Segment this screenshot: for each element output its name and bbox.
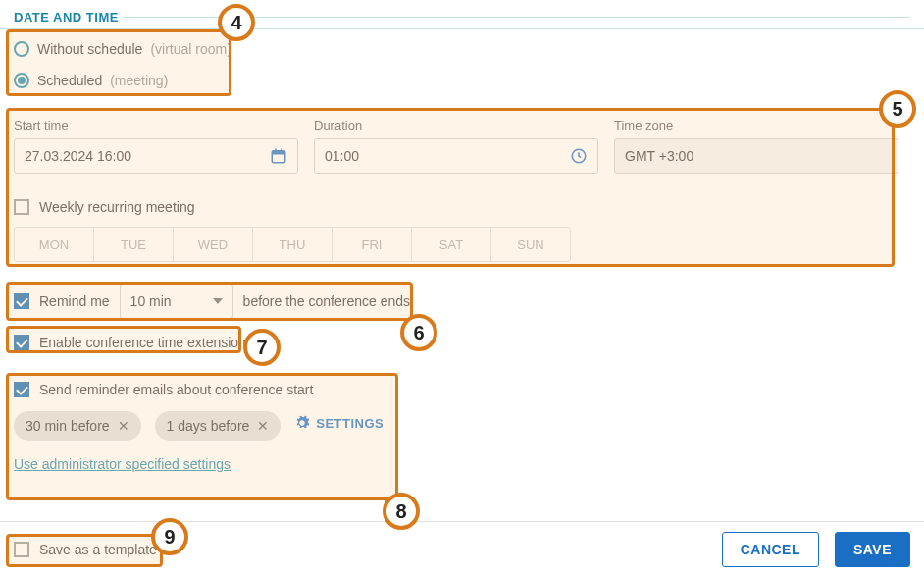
day-sun[interactable]: SUN	[490, 227, 571, 262]
start-time-input[interactable]: 27.03.2024 16:00	[14, 138, 298, 174]
day-wed[interactable]: WED	[173, 227, 253, 262]
settings-label: SETTINGS	[316, 416, 384, 431]
extend-label: Enable conference time extension	[39, 335, 246, 350]
radio-scheduled[interactable]: Scheduled (meeting)	[0, 65, 924, 96]
timezone-value: GMT +3:00	[625, 148, 693, 164]
badge-4: 4	[218, 4, 255, 41]
duration-input[interactable]: 01:00	[314, 138, 598, 174]
admin-settings-link[interactable]: Use administrator specified settings	[14, 456, 231, 472]
chip-label: 1 days before	[167, 418, 250, 434]
close-icon[interactable]: ✕	[118, 418, 129, 434]
reminder-chip: 30 min before ✕	[14, 411, 141, 441]
remind-label: Remind me	[39, 293, 110, 309]
badge-6: 6	[400, 314, 437, 351]
day-tue[interactable]: TUE	[93, 227, 174, 262]
extend-checkbox[interactable]	[14, 335, 29, 350]
recurring-label: Weekly recurring meeting	[39, 199, 194, 215]
recurring-checkbox[interactable]	[14, 199, 29, 215]
reminder-chip: 1 days before ✕	[155, 411, 282, 441]
start-time-label: Start time	[14, 118, 298, 132]
duration-label: Duration	[314, 118, 598, 132]
svg-rect-3	[281, 149, 282, 153]
chevron-down-icon	[213, 298, 223, 304]
remind-value: 10 min	[130, 293, 172, 309]
radio-icon	[14, 41, 29, 57]
timezone-input[interactable]: GMT +3:00	[614, 138, 898, 174]
calendar-icon	[270, 147, 287, 165]
emails-checkbox[interactable]	[14, 382, 29, 397]
radio-icon	[14, 73, 29, 88]
emails-label: Send reminder emails about conference st…	[39, 382, 313, 397]
svg-rect-2	[275, 149, 277, 153]
template-checkbox[interactable]	[14, 542, 29, 557]
cancel-button[interactable]: CANCEL	[722, 532, 819, 567]
day-fri[interactable]: FRI	[332, 227, 412, 262]
chip-label: 30 min before	[26, 418, 110, 434]
settings-button[interactable]: SETTINGS	[294, 415, 384, 431]
badge-8: 8	[383, 493, 420, 530]
section-title: DATE AND TIME	[0, 0, 924, 29]
radio-hint: (meeting)	[110, 73, 168, 88]
day-mon[interactable]: MON	[14, 227, 94, 262]
close-icon[interactable]: ✕	[257, 418, 269, 434]
remind-checkbox[interactable]	[14, 293, 29, 309]
save-button[interactable]: SAVE	[835, 532, 910, 567]
weekday-picker: MON TUE WED THU FRI SAT SUN	[14, 227, 910, 262]
radio-label: Scheduled	[37, 73, 102, 88]
template-label: Save as a template	[39, 542, 157, 557]
radio-label: Without schedule	[37, 41, 142, 57]
badge-5: 5	[879, 90, 916, 128]
gear-icon	[294, 415, 310, 431]
remind-suffix: before the conference ends	[243, 293, 410, 309]
day-thu[interactable]: THU	[252, 227, 333, 262]
clock-icon	[570, 147, 588, 165]
start-time-value: 27.03.2024 16:00	[25, 148, 131, 164]
day-sat[interactable]: SAT	[411, 227, 491, 262]
remind-select[interactable]: 10 min	[120, 284, 233, 319]
badge-9: 9	[151, 518, 188, 555]
footer: Save as a template CANCEL SAVE	[0, 521, 924, 576]
radio-hint: (virtual room)	[150, 41, 231, 57]
svg-rect-1	[272, 151, 285, 155]
badge-7: 7	[243, 329, 281, 366]
radio-without-schedule[interactable]: Without schedule (virtual room)	[0, 33, 924, 65]
timezone-label: Time zone	[614, 118, 898, 132]
duration-value: 01:00	[325, 148, 359, 164]
